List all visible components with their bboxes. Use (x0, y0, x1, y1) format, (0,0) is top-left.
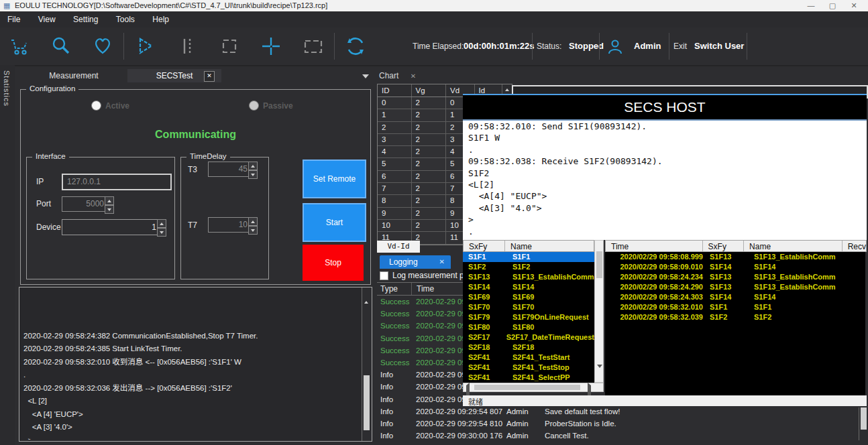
play-icon[interactable] (133, 35, 156, 58)
menu-item[interactable]: File (0, 11, 28, 24)
list-item[interactable]: S1F80 S1F80 (463, 322, 594, 332)
list-item[interactable]: S1F70 S1F70 (463, 302, 594, 312)
cell-name: S1F13_EstablishComm (751, 272, 836, 282)
table-row[interactable]: Info 2020-02-29 09:29:54 810 Admin Probe… (377, 418, 859, 430)
user-name[interactable]: Admin (634, 41, 661, 51)
log-measurement-checkbox[interactable] (380, 271, 388, 280)
cell-name: S2F41_TestStop (510, 363, 569, 373)
cell-type: Info (377, 430, 411, 442)
message-list-hscrollbar[interactable] (463, 383, 604, 392)
table-row[interactable]: 2020/02/29 09:58:32.039 S1F2 S1F2 (605, 312, 865, 322)
list-item[interactable]: S2F17 S2F17_DateTimeRequest (463, 332, 594, 342)
list-item[interactable]: S2F18 S2F18 (463, 342, 594, 353)
exit-button[interactable]: Exit (673, 42, 687, 51)
cell-type: Success (377, 296, 411, 308)
tab-secstest[interactable]: SECSTest ✕ (127, 69, 221, 82)
column-header-name[interactable]: Name (505, 241, 594, 251)
column-header-id[interactable]: ID (378, 84, 412, 97)
list-item[interactable]: S2F41 S2F41_TestStop (463, 363, 594, 373)
device-stepper[interactable] (157, 219, 166, 237)
table-row[interactable]: 2020/02/29 09:58:24.234 S1F13 S1F13_Esta… (605, 272, 865, 282)
column-header-name[interactable]: Name (744, 241, 843, 251)
t7-stepper[interactable] (248, 217, 258, 235)
interface-group: Interface IP 127.0.0.1 Port 5000 Device … (26, 157, 175, 279)
tab-chart[interactable]: Chart ✕ (379, 69, 433, 82)
port-input[interactable]: 5000 (62, 196, 107, 212)
column-header-sxfy[interactable]: SxFy (464, 241, 505, 251)
table-row[interactable]: Info 2020-02-29 09:30:00 176 Admin Cance… (377, 430, 859, 442)
heart-icon[interactable] (91, 35, 114, 58)
configuration-group-label: Configuration (26, 84, 78, 92)
rectangle-icon[interactable] (302, 35, 325, 58)
cell-type: Success (377, 357, 411, 369)
stop-icon[interactable] (218, 35, 241, 58)
list-item[interactable]: S2F41 S2F41_SelectPP (463, 373, 594, 383)
radio-passive[interactable] (249, 101, 259, 111)
tab-close-icon[interactable]: ✕ (204, 71, 215, 82)
t7-input[interactable]: 10 (208, 217, 250, 233)
time-delay-group-label: TimeDelay (186, 152, 230, 160)
menu-item[interactable]: Help (145, 11, 176, 24)
chevron-down-icon[interactable] (362, 74, 369, 78)
list-item[interactable]: S1F13 S1F13_EstablishComm (463, 272, 594, 282)
close-button[interactable]: ✕ (844, 0, 864, 11)
cart-icon[interactable] (8, 35, 31, 58)
pause-icon[interactable] (176, 35, 199, 58)
cell-sxfy: S2F41 (463, 363, 510, 373)
configuration-group: Configuration Active Passive Communicati… (20, 89, 371, 285)
tab-close-icon[interactable]: ✕ (411, 72, 416, 80)
table-row[interactable]: 2020/02/29 09:58:24.290 S1F13 S1F13_Esta… (605, 282, 865, 292)
switch-user-button[interactable]: Switch User (694, 41, 744, 51)
refresh-icon[interactable] (344, 35, 367, 58)
list-item[interactable]: S1F79 S1F79OnLineRequest (463, 312, 594, 322)
secs-message-log[interactable]: 09:58:32.010: Send S1F1(90893142).S1F1 W… (463, 119, 867, 240)
cell-vg: 2 (412, 158, 446, 170)
list-item[interactable]: S1F2 S1F2 (463, 262, 594, 272)
plus-icon[interactable] (260, 35, 282, 58)
tab-logging[interactable]: Logging ✕ (380, 255, 451, 269)
list-item[interactable]: S2F41 S2F41_TestStart (463, 353, 594, 363)
message-list-vscrollbar[interactable] (594, 240, 604, 383)
column-header-vg[interactable]: Vg (412, 84, 446, 97)
column-header-time[interactable]: Time (606, 241, 703, 251)
column-header-sxfy[interactable]: SxFy (703, 241, 744, 251)
ip-input[interactable]: 127.0.0.1 (62, 174, 172, 190)
list-item[interactable]: S1F69 S1F69 (463, 292, 594, 302)
menu-item[interactable]: Tools (109, 11, 142, 24)
table-row[interactable]: 2020/02/29 09:58:32.010 S1F1 S1F1 (605, 302, 865, 312)
table-row[interactable]: 2020/02/29 09:58:24.303 S1F14 S1F14 (605, 292, 865, 302)
secs-host-titlebar[interactable]: SECS HOST (463, 95, 867, 119)
tab-close-icon[interactable]: ✕ (439, 255, 445, 269)
radio-active[interactable] (91, 101, 101, 111)
tab-measurement[interactable]: Measurement (20, 69, 127, 82)
minimize-button[interactable]: — (801, 0, 821, 11)
list-item[interactable]: S1F14 S1F14 (463, 282, 594, 292)
column-header-recv[interactable]: Recv (843, 241, 866, 251)
table-row[interactable]: 2020/02/29 09:58:08.999 S1F13 S1F13_Esta… (605, 252, 865, 262)
list-item[interactable]: S1F1 S1F1 (463, 252, 594, 262)
cell-name: S1F13_EstablishComm (751, 282, 836, 292)
set-remote-button[interactable]: Set Remote (303, 160, 366, 198)
start-button[interactable]: Start (303, 203, 366, 242)
message-list: S1F1 S1F1 S1F2 S1F2 S1F13 S1F13_Establis… (463, 252, 594, 383)
menu-item[interactable]: View (31, 11, 63, 24)
port-stepper[interactable] (105, 196, 114, 214)
cell-sxfy: S1F14 (463, 282, 510, 292)
t3-stepper[interactable] (248, 162, 258, 179)
sidebar-tab-statistics[interactable]: Statistics (3, 70, 11, 107)
device-input[interactable]: 1 (62, 219, 159, 235)
cell-sxfy: S2F18 (463, 342, 510, 353)
cell-user: Admin (506, 430, 545, 442)
stop-button[interactable]: Stop (303, 245, 364, 281)
menu-item[interactable]: Setting (66, 11, 105, 24)
column-header-time[interactable]: Time (412, 283, 434, 295)
table-row[interactable]: 2020/02/29 09:58:09.010 S1F14 S1F14 (605, 262, 865, 272)
search-icon[interactable] (50, 35, 72, 58)
t3-input[interactable]: 45 (208, 162, 250, 177)
log-scrollbar[interactable] (362, 288, 372, 441)
communication-log[interactable]: 2020-02-29 09:58:24:382 CommunicationEst… (19, 287, 372, 442)
column-header-type[interactable]: Type (377, 283, 412, 295)
device-label: Device (36, 222, 61, 232)
maximize-button[interactable]: ▢ (822, 0, 843, 11)
tab-vd-id[interactable]: Vd-Id (377, 241, 420, 253)
